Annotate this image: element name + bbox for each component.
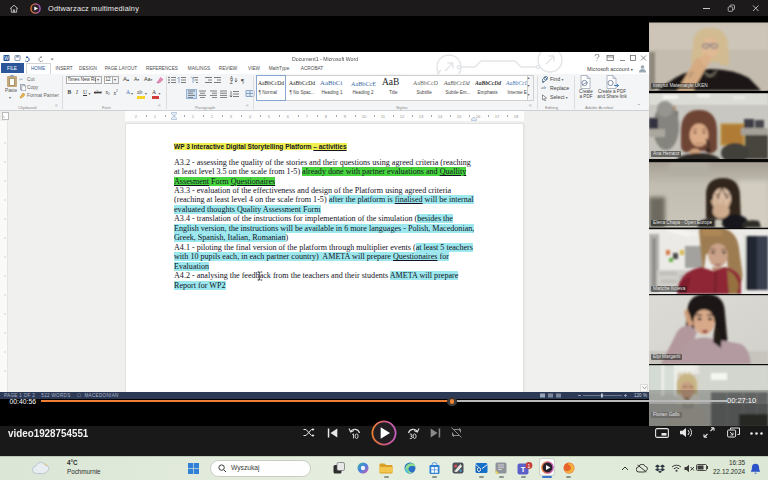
svg-text:T: T	[521, 465, 526, 474]
svg-text:1: 1	[528, 463, 531, 469]
svg-text:Z: Z	[230, 80, 233, 84]
svg-text:¶: ¶	[241, 77, 245, 84]
svg-text:W: W	[4, 56, 9, 61]
